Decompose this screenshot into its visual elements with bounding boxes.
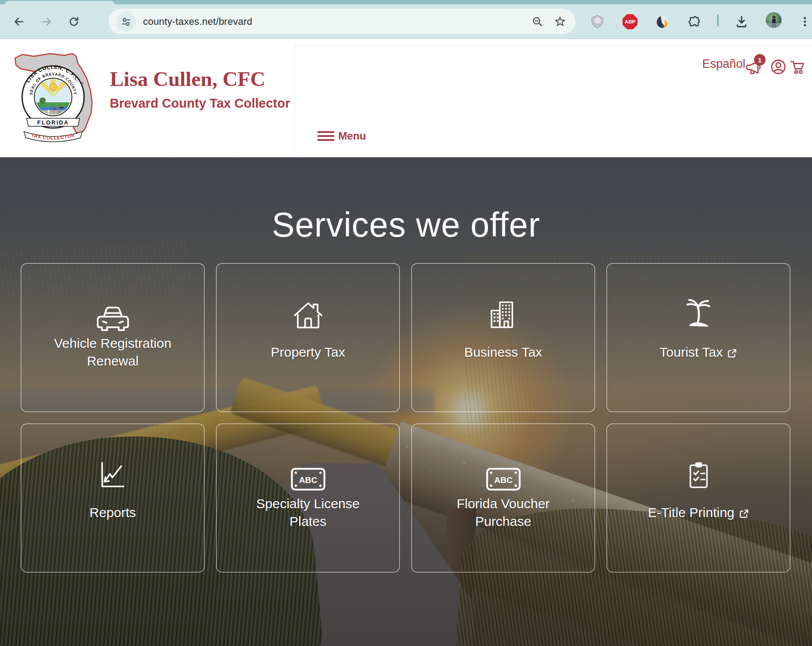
service-card-florida-voucher-purchase[interactable]: ABC Florida Voucher Purchase xyxy=(411,424,595,572)
license-plate-icon: ABC xyxy=(483,455,524,493)
hero-section: Services we offer Vehicle Registration R… xyxy=(0,157,812,646)
swirl-icon xyxy=(654,14,669,29)
color-swirl-extension-icon[interactable] xyxy=(652,12,672,31)
service-card-reports[interactable]: Reports xyxy=(21,424,205,572)
bookmark-star-icon[interactable] xyxy=(554,16,566,27)
service-card-vehicle-registration-renewal[interactable]: Vehicle Registration Renewal xyxy=(21,263,205,412)
service-card-label-text: E-Title Printing xyxy=(648,504,735,521)
florida-seal-graphic: LISA CULLEN, C.F.C. SEAL OF BREVARD COUN… xyxy=(12,45,100,148)
service-card-label: E-Title Printing xyxy=(648,495,749,530)
services-grid: Vehicle Registration Renewal Property Ta… xyxy=(21,263,790,572)
external-link-icon xyxy=(739,509,749,519)
site-settings-icon xyxy=(121,16,131,27)
site-header: LISA CULLEN, C.F.C. SEAL OF BREVARD COUN… xyxy=(0,39,812,157)
account-icon xyxy=(770,59,786,75)
abp-octagon-icon: ABP xyxy=(623,14,638,29)
palm-tree-icon xyxy=(680,295,718,333)
plate-text: ABC xyxy=(299,475,317,485)
service-card-label: Florida Voucher Purchase xyxy=(435,495,572,530)
service-card-business-tax[interactable]: Business Tax xyxy=(411,263,595,412)
extensions-puzzle-button[interactable] xyxy=(684,12,704,31)
service-card-label: Tourist Tax xyxy=(660,335,738,370)
menu-button[interactable]: Menu xyxy=(317,130,366,142)
back-button[interactable] xyxy=(11,13,27,30)
hero-heading: Services we offer xyxy=(0,205,812,245)
external-link-icon xyxy=(727,348,737,359)
toolbar-divider xyxy=(717,14,719,27)
profile-avatar[interactable] xyxy=(766,12,782,28)
car-icon xyxy=(92,295,134,333)
clipboard-icon xyxy=(681,455,716,493)
hamburger-icon xyxy=(317,131,334,141)
account-button[interactable] xyxy=(770,59,786,75)
buildings-icon xyxy=(484,295,522,333)
puzzle-icon xyxy=(688,16,700,28)
service-card-e-title-printing[interactable]: E-Title Printing xyxy=(607,424,790,572)
service-card-specialty-license-plates[interactable]: ABC Specialty License Plates xyxy=(216,424,400,572)
site-settings-button[interactable] xyxy=(116,12,136,31)
url-host: county-taxes.net xyxy=(143,16,216,27)
service-card-label: Specialty License Plates xyxy=(240,495,377,530)
seal-banner-text: FLORIDA xyxy=(37,119,69,126)
kebab-menu-icon xyxy=(800,16,810,27)
service-card-label: Vehicle Registration Renewal xyxy=(44,335,182,370)
service-card-property-tax[interactable]: Property Tax xyxy=(216,263,400,412)
reload-button[interactable] xyxy=(66,13,82,30)
reload-icon xyxy=(68,16,80,27)
cart-button[interactable] xyxy=(789,59,806,75)
url-path: /brevard xyxy=(216,16,252,27)
forward-arrow-icon xyxy=(41,16,52,27)
service-card-label: Reports xyxy=(89,495,136,530)
service-card-label: Business Tax xyxy=(464,335,542,370)
forward-button[interactable] xyxy=(38,13,55,30)
privacy-shield-extension-icon[interactable] xyxy=(588,12,607,31)
service-card-tourist-tax[interactable]: Tourist Tax xyxy=(607,263,790,412)
browser-menu-dots-button[interactable] xyxy=(795,12,812,31)
browser-toolbar: county-taxes.net/brevard ABP xyxy=(0,0,812,39)
menu-label: Menu xyxy=(338,130,366,142)
url-text: county-taxes.net/brevard xyxy=(143,9,252,34)
download-icon xyxy=(735,15,748,28)
back-arrow-icon xyxy=(13,16,25,27)
url-bar[interactable]: county-taxes.net/brevard xyxy=(108,9,576,34)
tab-strip xyxy=(0,0,812,4)
site-title: Lisa Cullen, CFC xyxy=(110,67,265,91)
site-subtitle: Brevard County Tax Collector xyxy=(110,96,290,111)
notification-badge: 1 xyxy=(754,54,766,66)
plate-text: ABC xyxy=(494,475,513,485)
language-link[interactable]: Español xyxy=(702,57,746,71)
license-plate-icon: ABC xyxy=(287,455,329,493)
cart-icon xyxy=(789,59,806,75)
line-chart-icon xyxy=(94,455,132,493)
shield-globe-icon xyxy=(591,15,604,29)
county-seal-logo[interactable]: LISA CULLEN, C.F.C. SEAL OF BREVARD COUN… xyxy=(12,45,100,148)
house-icon xyxy=(289,295,328,333)
service-card-label-text: Tourist Tax xyxy=(660,343,723,361)
active-tab[interactable] xyxy=(4,1,115,5)
zoom-out-icon[interactable] xyxy=(532,16,543,27)
adblock-plus-extension-icon[interactable]: ABP xyxy=(620,12,640,31)
downloads-button[interactable] xyxy=(732,12,751,31)
service-card-label: Property Tax xyxy=(271,335,345,370)
avatar-photo xyxy=(766,12,782,28)
